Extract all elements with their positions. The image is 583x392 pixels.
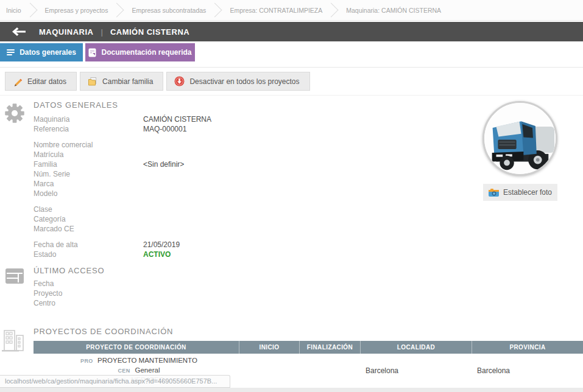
last-access-heading: ÚLTIMO ACCESO (34, 266, 104, 275)
field-row: Familia <Sin definir> (34, 159, 399, 169)
back-button[interactable] (12, 27, 30, 36)
table-header-row: PROYECTO DE COORDINACIÓN INICIO FINALIZA… (34, 341, 583, 354)
chevron-right-icon (23, 2, 37, 17)
tab-general-data[interactable]: Datos generales (0, 43, 83, 61)
deactivate-label: Desactivar en todos los proyectos (189, 77, 299, 86)
gear-icon (4, 101, 26, 128)
title-separator: | (101, 27, 103, 37)
field-label: Fecha de alta (34, 240, 143, 250)
titlebar: MAQUINARIA | CAMIÓN CISTERNA (0, 22, 583, 41)
field-value: CAMIÓN CISTERNA (143, 114, 211, 124)
column-header-locality[interactable]: LOCALIDAD (361, 341, 472, 354)
chevron-right-icon (208, 2, 222, 17)
edit-data-button[interactable]: Editar datos (5, 72, 77, 91)
field-group: Fecha de alta 21/05/2019 Estado ACTIVO (34, 240, 399, 259)
buildings-icon (2, 329, 25, 356)
field-label: Clase (34, 205, 143, 214)
pencil-icon (13, 77, 23, 86)
field-row: Modelo (34, 189, 399, 198)
column-header-start[interactable]: INICIO (239, 341, 300, 354)
tag-cen: CEN (118, 366, 135, 376)
field-label: Núm. Serie (34, 169, 143, 179)
projects-heading: PROYECTOS DE COORDINACIÓN (34, 327, 173, 336)
deactivate-all-projects-button[interactable]: Desactivar en todos los proyectos (166, 72, 309, 91)
panel-icon (5, 268, 24, 287)
field-label: Estado (34, 250, 143, 259)
breadcrumb-item-subcontracted[interactable]: Empresas subcontratadas (132, 7, 206, 14)
breadcrumb: Inicio Empresas y proyectos Empresas sub… (0, 0, 583, 21)
column-header-end[interactable]: FINALIZACIÓN (300, 341, 361, 354)
tab-required-documentation[interactable]: Documentación requerida (85, 43, 195, 61)
chevron-right-icon (110, 2, 124, 17)
field-label: Familia (34, 159, 143, 169)
tab-general-label: Datos generales (19, 48, 76, 57)
field-label: Marcado CE (34, 224, 143, 234)
field-value: 21/05/2019 (143, 240, 180, 250)
breadcrumb-item-machine[interactable]: Maquinaria: CAMIÓN CISTERNA (346, 7, 441, 14)
tab-bar: Datos generales Documentación requerida (0, 43, 195, 61)
change-family-button[interactable]: Cambiar familia (80, 72, 163, 91)
field-label: Fecha (34, 279, 104, 289)
list-icon (7, 49, 15, 55)
field-group: Nombre comercial Matrícula Familia <Sin … (34, 140, 399, 198)
field-value: MAQ-000001 (143, 124, 186, 134)
field-value: <Sin definir> (143, 159, 184, 169)
toolbar: Editar datos Cambiar familia Desactivar … (0, 67, 583, 96)
end-cell (300, 354, 361, 388)
edit-data-label: Editar datos (27, 77, 66, 86)
truck-image (484, 103, 556, 174)
field-group: Maquinaria CAMIÓN CISTERNA Referencia MA… (34, 114, 399, 134)
page-title: CAMIÓN CISTERNA (110, 27, 189, 37)
project-line: PRO PROYECTO MANTENIMIENTO (80, 356, 197, 366)
center-line: CEN General (118, 366, 160, 376)
breadcrumb-item-companies-projects[interactable]: Empresas y proyectos (45, 7, 108, 14)
bottom-strip (0, 388, 583, 392)
field-row: Marca (34, 179, 399, 189)
field-label: Marca (34, 179, 143, 189)
tag-pro: PRO (80, 357, 97, 366)
project-name: PROYECTO MANTENIMIENTO (97, 356, 197, 365)
field-row: Núm. Serie (34, 169, 399, 179)
deactivate-icon (174, 76, 185, 86)
column-header-project[interactable]: PROYECTO DE COORDINACIÓN (34, 341, 239, 354)
field-row: Fecha de alta 21/05/2019 (34, 240, 399, 250)
field-label: Matrícula (34, 150, 143, 159)
set-photo-label: Establecer foto (503, 188, 552, 197)
column-header-province[interactable]: PROVINCIA (472, 341, 583, 354)
field-row: Marcado CE (34, 224, 399, 234)
field-row: Matrícula (34, 150, 399, 159)
camera-icon (489, 189, 499, 197)
field-row: Estado ACTIVO (34, 250, 399, 259)
document-icon (88, 48, 96, 57)
general-data-section: DATOS GENERALES Maquinaria CAMIÓN CISTER… (34, 100, 399, 265)
module-title: MAQUINARIA (39, 27, 94, 37)
field-label: Centro (34, 298, 104, 308)
field-row: Categoría (34, 214, 399, 224)
machine-photo (482, 101, 557, 176)
locality-cell: Barcelona (361, 354, 472, 388)
breadcrumb-item-company[interactable]: Empresa: CONTRATALIMPIEZA (230, 7, 322, 14)
arrow-left-icon (12, 27, 26, 36)
field-label: Nombre comercial (34, 140, 143, 150)
breadcrumb-item-home[interactable]: Inicio (6, 7, 21, 14)
field-label: Proyecto (34, 289, 104, 298)
last-access-section: ÚLTIMO ACCESO Fecha Proyecto Centro (34, 266, 104, 308)
province-cell: Barcelona (472, 354, 583, 388)
field-group: Clase Categoría Marcado CE (34, 205, 399, 234)
field-row: Maquinaria CAMIÓN CISTERNA (34, 114, 399, 124)
field-label: Maquinaria (34, 114, 143, 124)
general-data-heading: DATOS GENERALES (34, 100, 399, 110)
set-photo-button[interactable]: Establecer foto (483, 184, 557, 201)
field-label: Referencia (34, 124, 143, 134)
browser-status-tooltip: localhost/web/ca/gestion/maquinaria/fich… (0, 375, 230, 388)
change-family-label: Cambiar familia (102, 77, 153, 86)
field-row: Clase (34, 205, 399, 214)
start-cell (239, 354, 300, 388)
field-row: Nombre comercial (34, 140, 399, 150)
folder-icon (88, 77, 97, 86)
status-badge: ACTIVO (143, 250, 171, 259)
chevron-right-icon (324, 2, 339, 17)
field-row: Referencia MAQ-000001 (34, 124, 399, 134)
field-label: Categoría (34, 214, 143, 224)
center-name: General (135, 366, 160, 375)
